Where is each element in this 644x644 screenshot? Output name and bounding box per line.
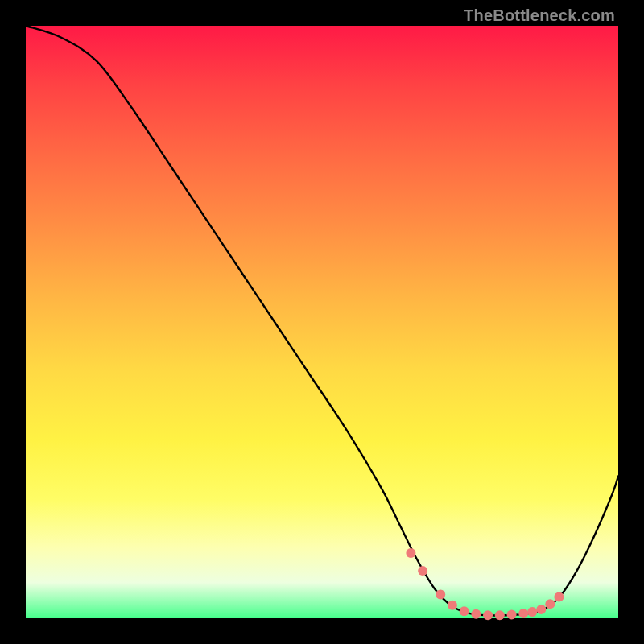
highlight-dot (471, 609, 481, 619)
highlight-dot (545, 599, 555, 609)
highlight-dot (507, 610, 517, 620)
highlight-dot (418, 566, 427, 576)
highlight-dots (406, 548, 564, 620)
chart-overlay (26, 26, 618, 618)
highlight-dot (495, 610, 505, 620)
highlight-dot (527, 607, 537, 617)
chart-frame: TheBottleneck.com (0, 0, 644, 644)
highlight-dot (554, 592, 564, 602)
highlight-dot (536, 605, 546, 614)
highlight-dot (460, 606, 469, 616)
highlight-dot (483, 610, 493, 620)
highlight-dot (406, 548, 415, 558)
highlight-dot (518, 609, 528, 618)
highlight-dot (448, 601, 457, 610)
highlight-dot (436, 590, 445, 600)
attribution-label: TheBottleneck.com (464, 6, 615, 25)
bottleneck-curve (26, 26, 618, 616)
